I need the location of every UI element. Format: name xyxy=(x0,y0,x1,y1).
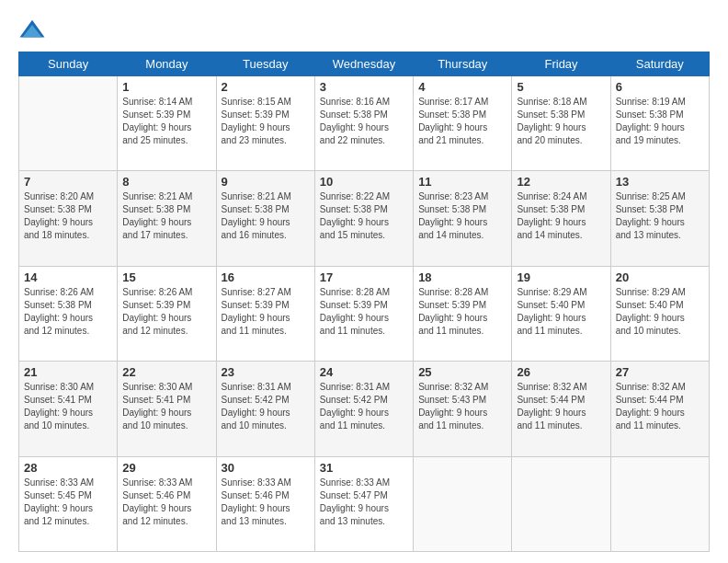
day-info: Sunrise: 8:27 AM Sunset: 5:39 PM Dayligh… xyxy=(222,286,310,338)
calendar-cell: 11Sunrise: 8:23 AM Sunset: 5:38 PM Dayli… xyxy=(414,171,512,266)
calendar-table: SundayMondayTuesdayWednesdayThursdayFrid… xyxy=(18,52,710,552)
calendar-cell: 26Sunrise: 8:32 AM Sunset: 5:44 PM Dayli… xyxy=(512,362,610,456)
day-info: Sunrise: 8:17 AM Sunset: 5:38 PM Dayligh… xyxy=(418,96,506,147)
weekday-header-tuesday: Tuesday xyxy=(216,52,314,76)
calendar-cell: 6Sunrise: 8:19 AM Sunset: 5:38 PM Daylig… xyxy=(610,76,709,171)
day-info: Sunrise: 8:30 AM Sunset: 5:41 PM Dayligh… xyxy=(24,381,112,432)
day-number: 7 xyxy=(24,175,112,189)
day-info: Sunrise: 8:33 AM Sunset: 5:47 PM Dayligh… xyxy=(320,477,408,528)
calendar-week-row: 7Sunrise: 8:20 AM Sunset: 5:38 PM Daylig… xyxy=(19,171,710,266)
calendar-cell xyxy=(512,456,610,551)
day-info: Sunrise: 8:28 AM Sunset: 5:39 PM Dayligh… xyxy=(320,286,408,338)
day-info: Sunrise: 8:25 AM Sunset: 5:38 PM Dayligh… xyxy=(616,190,704,242)
day-info: Sunrise: 8:32 AM Sunset: 5:44 PM Dayligh… xyxy=(517,381,605,432)
calendar-cell xyxy=(19,76,118,171)
day-number: 19 xyxy=(517,270,605,284)
day-number: 18 xyxy=(418,270,506,284)
weekday-header-saturday: Saturday xyxy=(610,52,709,76)
calendar-cell xyxy=(414,456,512,551)
calendar-cell: 14Sunrise: 8:26 AM Sunset: 5:38 PM Dayli… xyxy=(19,266,118,361)
day-info: Sunrise: 8:15 AM Sunset: 5:39 PM Dayligh… xyxy=(222,96,310,147)
day-number: 27 xyxy=(616,365,704,379)
calendar-week-row: 1Sunrise: 8:14 AM Sunset: 5:39 PM Daylig… xyxy=(19,76,710,171)
day-number: 1 xyxy=(122,80,210,94)
day-number: 11 xyxy=(418,175,506,189)
calendar-cell: 27Sunrise: 8:32 AM Sunset: 5:44 PM Dayli… xyxy=(610,362,709,456)
day-info: Sunrise: 8:22 AM Sunset: 5:38 PM Dayligh… xyxy=(320,190,408,242)
calendar-cell: 3Sunrise: 8:16 AM Sunset: 5:38 PM Daylig… xyxy=(314,76,413,171)
calendar-cell: 2Sunrise: 8:15 AM Sunset: 5:39 PM Daylig… xyxy=(216,76,314,171)
weekday-header-friday: Friday xyxy=(512,52,610,76)
calendar-cell: 13Sunrise: 8:25 AM Sunset: 5:38 PM Dayli… xyxy=(610,171,709,266)
day-info: Sunrise: 8:24 AM Sunset: 5:38 PM Dayligh… xyxy=(517,190,605,242)
day-number: 28 xyxy=(24,461,112,475)
day-number: 8 xyxy=(122,175,210,189)
day-number: 10 xyxy=(320,175,408,189)
day-info: Sunrise: 8:29 AM Sunset: 5:40 PM Dayligh… xyxy=(616,286,704,338)
calendar-cell: 20Sunrise: 8:29 AM Sunset: 5:40 PM Dayli… xyxy=(610,266,709,361)
day-info: Sunrise: 8:31 AM Sunset: 5:42 PM Dayligh… xyxy=(222,381,310,432)
calendar-header-row: SundayMondayTuesdayWednesdayThursdayFrid… xyxy=(19,52,710,76)
day-number: 12 xyxy=(517,175,605,189)
calendar-cell: 15Sunrise: 8:26 AM Sunset: 5:39 PM Dayli… xyxy=(118,266,216,361)
day-number: 16 xyxy=(222,270,310,284)
day-number: 20 xyxy=(616,270,704,284)
calendar-week-row: 28Sunrise: 8:33 AM Sunset: 5:45 PM Dayli… xyxy=(19,456,710,551)
calendar-cell: 21Sunrise: 8:30 AM Sunset: 5:41 PM Dayli… xyxy=(19,362,118,456)
day-info: Sunrise: 8:32 AM Sunset: 5:44 PM Dayligh… xyxy=(616,381,704,432)
day-info: Sunrise: 8:32 AM Sunset: 5:43 PM Dayligh… xyxy=(418,381,506,432)
calendar-cell: 28Sunrise: 8:33 AM Sunset: 5:45 PM Dayli… xyxy=(19,456,118,551)
day-info: Sunrise: 8:26 AM Sunset: 5:38 PM Dayligh… xyxy=(24,286,112,338)
day-info: Sunrise: 8:26 AM Sunset: 5:39 PM Dayligh… xyxy=(122,286,210,338)
calendar-cell: 30Sunrise: 8:33 AM Sunset: 5:46 PM Dayli… xyxy=(216,456,314,551)
calendar-cell: 25Sunrise: 8:32 AM Sunset: 5:43 PM Dayli… xyxy=(414,362,512,456)
logo xyxy=(18,17,50,44)
calendar-cell: 1Sunrise: 8:14 AM Sunset: 5:39 PM Daylig… xyxy=(118,76,216,171)
day-info: Sunrise: 8:31 AM Sunset: 5:42 PM Dayligh… xyxy=(320,381,408,432)
calendar-cell: 18Sunrise: 8:28 AM Sunset: 5:39 PM Dayli… xyxy=(414,266,512,361)
calendar-cell: 4Sunrise: 8:17 AM Sunset: 5:38 PM Daylig… xyxy=(414,76,512,171)
day-number: 29 xyxy=(122,461,210,475)
day-info: Sunrise: 8:28 AM Sunset: 5:39 PM Dayligh… xyxy=(418,286,506,338)
day-number: 15 xyxy=(122,270,210,284)
day-info: Sunrise: 8:21 AM Sunset: 5:38 PM Dayligh… xyxy=(122,190,210,242)
day-number: 17 xyxy=(320,270,408,284)
day-info: Sunrise: 8:21 AM Sunset: 5:38 PM Dayligh… xyxy=(222,190,310,242)
day-info: Sunrise: 8:33 AM Sunset: 5:45 PM Dayligh… xyxy=(24,477,112,528)
day-number: 24 xyxy=(320,365,408,379)
day-info: Sunrise: 8:18 AM Sunset: 5:38 PM Dayligh… xyxy=(517,96,605,147)
day-number: 26 xyxy=(517,365,605,379)
day-info: Sunrise: 8:20 AM Sunset: 5:38 PM Dayligh… xyxy=(24,190,112,242)
calendar-cell: 8Sunrise: 8:21 AM Sunset: 5:38 PM Daylig… xyxy=(118,171,216,266)
calendar-cell: 22Sunrise: 8:30 AM Sunset: 5:41 PM Dayli… xyxy=(118,362,216,456)
day-info: Sunrise: 8:23 AM Sunset: 5:38 PM Dayligh… xyxy=(418,190,506,242)
day-number: 23 xyxy=(222,365,310,379)
day-info: Sunrise: 8:30 AM Sunset: 5:41 PM Dayligh… xyxy=(122,381,210,432)
day-number: 21 xyxy=(24,365,112,379)
page: SundayMondayTuesdayWednesdayThursdayFrid… xyxy=(0,0,728,563)
calendar-week-row: 14Sunrise: 8:26 AM Sunset: 5:38 PM Dayli… xyxy=(19,266,710,361)
day-info: Sunrise: 8:29 AM Sunset: 5:40 PM Dayligh… xyxy=(517,286,605,338)
weekday-header-monday: Monday xyxy=(118,52,216,76)
day-number: 25 xyxy=(418,365,506,379)
weekday-header-thursday: Thursday xyxy=(414,52,512,76)
calendar-cell: 10Sunrise: 8:22 AM Sunset: 5:38 PM Dayli… xyxy=(314,171,413,266)
day-info: Sunrise: 8:14 AM Sunset: 5:39 PM Dayligh… xyxy=(122,96,210,147)
weekday-header-sunday: Sunday xyxy=(19,52,118,76)
day-number: 2 xyxy=(222,80,310,94)
calendar-body: 1Sunrise: 8:14 AM Sunset: 5:39 PM Daylig… xyxy=(19,76,710,552)
calendar-week-row: 21Sunrise: 8:30 AM Sunset: 5:41 PM Dayli… xyxy=(19,362,710,456)
calendar-cell: 24Sunrise: 8:31 AM Sunset: 5:42 PM Dayli… xyxy=(314,362,413,456)
day-number: 14 xyxy=(24,270,112,284)
logo-icon xyxy=(18,17,46,44)
day-number: 31 xyxy=(320,461,408,475)
calendar-cell xyxy=(610,456,709,551)
weekday-header-wednesday: Wednesday xyxy=(314,52,413,76)
day-number: 9 xyxy=(222,175,310,189)
day-number: 3 xyxy=(320,80,408,94)
day-number: 22 xyxy=(122,365,210,379)
calendar-cell: 16Sunrise: 8:27 AM Sunset: 5:39 PM Dayli… xyxy=(216,266,314,361)
calendar-cell: 31Sunrise: 8:33 AM Sunset: 5:47 PM Dayli… xyxy=(314,456,413,551)
calendar-cell: 17Sunrise: 8:28 AM Sunset: 5:39 PM Dayli… xyxy=(314,266,413,361)
header xyxy=(18,17,710,44)
